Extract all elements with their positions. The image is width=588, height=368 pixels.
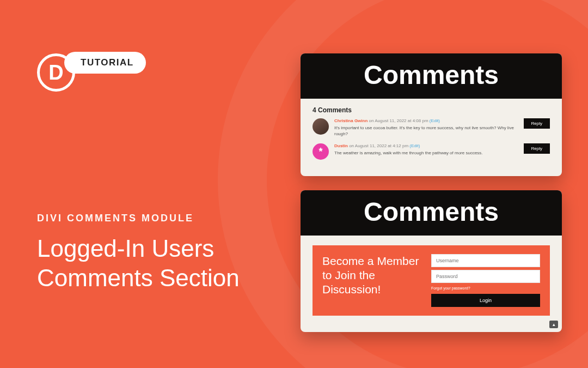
comment-edit-link[interactable]: (Edit) [409,143,420,148]
preview-panel: Comments 4 Comments Christina Gwinn on A… [301,53,562,332]
comment-content: Christina Gwinn on August 11, 2022 at 4:… [334,118,550,137]
login-cta-text: Become a Member to Join the Discussion! [322,254,422,307]
comment-date: on August 11, 2022 at 4:12 pm [349,143,408,148]
tutorial-badge: TUTORIAL [64,52,146,74]
comments-count: 4 Comments [313,106,550,114]
comment-meta: Christina Gwinn on August 11, 2022 at 4:… [334,118,523,123]
preview-card-login: Comments Become a Member to Join the Dis… [301,190,562,332]
reply-button[interactable]: Reply [524,143,550,154]
kicker-text: DIVI COMMENTS MODULE [37,213,266,224]
comment-meta: Dustin on August 11, 2022 at 4:12 pm (Ed… [334,143,523,148]
divi-logo-icon: D [37,53,75,92]
comment-content: Dustin on August 11, 2022 at 4:12 pm (Ed… [334,143,550,160]
comments-title: Comments [301,197,562,227]
avatar [313,118,329,135]
login-box: Become a Member to Join the Discussion! … [313,245,550,316]
comments-header: Comments [301,190,562,236]
username-field[interactable] [431,254,540,267]
login-button[interactable]: Login [431,294,540,307]
reply-button[interactable]: Reply [524,118,550,129]
password-field[interactable] [431,270,540,283]
comment-text: It's important to use cocoa butter. It's… [334,125,523,137]
comment-author: Dustin [334,143,348,148]
left-content-panel: D TUTORIAL DIVI COMMENTS MODULE Logged-I… [37,53,266,292]
comment-item: * Dustin on August 11, 2022 at 4:12 pm (… [313,143,550,160]
login-form: Forgot your password? Login [431,254,540,307]
comment-text: The weather is amazing, walk with me thr… [334,150,523,156]
forgot-password-link[interactable]: Forgot your password? [431,286,540,290]
preview-card-comments: Comments 4 Comments Christina Gwinn on A… [301,53,562,176]
comments-body: 4 Comments Christina Gwinn on August 11,… [301,99,562,176]
comment-author: Christina Gwinn [334,118,367,123]
logo-row: D TUTORIAL [37,53,266,92]
scroll-to-top-button[interactable]: ▴ [549,321,558,328]
comments-title: Comments [301,60,562,90]
comments-header: Comments [301,53,562,99]
comment-item: Christina Gwinn on August 11, 2022 at 4:… [313,118,550,137]
comment-date: on August 11, 2022 at 4:08 pm [369,118,428,123]
comment-edit-link[interactable]: (Edit) [430,118,440,123]
avatar: * [313,143,329,160]
headline-text: Logged-In Users Comments Section [37,234,266,292]
login-body: Become a Member to Join the Discussion! … [301,236,562,332]
